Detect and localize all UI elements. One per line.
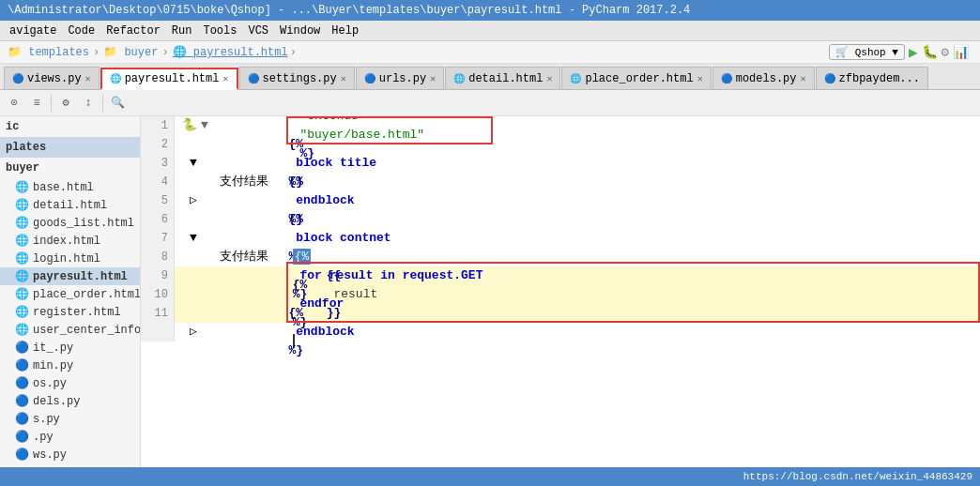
- main-area: ic plates buyer 🌐 base.html 🌐 detail.htm…: [0, 116, 980, 486]
- line-num-9: 9: [141, 266, 174, 285]
- html-icon-register: 🌐: [15, 305, 29, 319]
- status-url: https://blog.csdn.net/weixin_44863429: [743, 471, 972, 482]
- line-num-1: 1: [141, 116, 174, 135]
- vcs-icon[interactable]: 📊: [953, 44, 969, 60]
- line-numbers: 1 2 3 4 5 6 7 8 9 10 11: [141, 116, 175, 342]
- toolbar-back-btn[interactable]: ⊙: [4, 93, 24, 114]
- html-icon-detail: 🌐: [15, 198, 29, 212]
- window-title: \Administrator\Desktop\0715\boke\Qshop] …: [8, 4, 690, 17]
- tpl-endblock1: {%: [288, 175, 303, 189]
- tab-close-views[interactable]: ✕: [85, 73, 91, 84]
- py-icon-dot: 🔵: [15, 430, 29, 444]
- menu-navigate[interactable]: avigate: [4, 23, 62, 39]
- tab-close-payresult[interactable]: ✕: [222, 73, 228, 84]
- toolbar-search-btn[interactable]: 🔍: [107, 93, 128, 114]
- breadcrumb-file[interactable]: 🌐 payresult.html: [173, 45, 288, 59]
- qshop-button[interactable]: 🛒 Qshop ▼: [829, 44, 905, 60]
- sidebar-item-user-center[interactable]: 🌐 user_center_info.html: [0, 321, 140, 339]
- tpl-block: {%: [288, 137, 303, 151]
- html-icon-login: 🌐: [15, 251, 29, 266]
- tab-settings-py[interactable]: 🔵 settings.py ✕: [239, 67, 355, 89]
- run-icon[interactable]: ▶: [909, 43, 918, 62]
- line-num-4: 4: [141, 173, 174, 191]
- line-num-10: 10: [141, 285, 174, 304]
- sidebar-item-s-py[interactable]: 🔵 s.py: [0, 410, 140, 428]
- sidebar-item-base-html[interactable]: 🌐 base.html: [0, 178, 140, 196]
- status-bar: https://blog.csdn.net/weixin_44863429: [0, 467, 980, 486]
- code-lines[interactable]: 🐍 ▼ {% extends "buyer/base.html" %} ▼ {: [175, 116, 980, 342]
- menu-help[interactable]: Help: [326, 23, 364, 39]
- tab-place-order-html[interactable]: 🌐 place_order.html ✕: [561, 67, 711, 89]
- html-icon-payresult: 🌐: [15, 269, 29, 283]
- tab-models-py[interactable]: 🔵 models.py ✕: [712, 67, 815, 89]
- tab-close-urls[interactable]: ✕: [430, 73, 436, 84]
- sidebar-item-dot-py[interactable]: 🔵 .py: [0, 428, 140, 446]
- line-num-2: 2: [141, 135, 174, 154]
- toolbar: ⊙ ≡ ⚙ ↕ 🔍: [0, 90, 980, 116]
- menu-bar: avigate Code Refactor Run Tools VCS Wind…: [0, 21, 980, 41]
- sidebar-section-plates: plates: [0, 137, 140, 158]
- python-indicator: 🐍: [182, 116, 197, 135]
- sidebar-item-it-py[interactable]: 🔵 it_.py: [0, 339, 140, 357]
- line-num-8: 8: [141, 248, 174, 266]
- menu-run[interactable]: Run: [166, 23, 198, 39]
- sidebar-item-index[interactable]: 🌐 index.html: [0, 232, 140, 250]
- line-num-5: 5: [141, 191, 174, 210]
- toolbar-expand-btn[interactable]: ↕: [78, 93, 99, 114]
- fold-arrow-7: ▼: [190, 229, 197, 248]
- debug-icon[interactable]: 🐛: [922, 44, 938, 60]
- tab-close-models[interactable]: ✕: [801, 73, 806, 84]
- breadcrumb-templates[interactable]: 📁 templates: [8, 45, 89, 59]
- html-icon-user-center: 🌐: [15, 323, 29, 337]
- sidebar-item-payresult[interactable]: 🌐 payresult.html: [0, 267, 140, 285]
- tab-views-py[interactable]: 🔵 views.py ✕: [4, 67, 100, 89]
- sidebar-item-place-order[interactable]: 🌐 place_order.html: [0, 285, 140, 303]
- sidebar-item-ws-py[interactable]: 🔵 ws.py: [0, 446, 140, 463]
- menu-code[interactable]: Code: [62, 23, 100, 39]
- code-container: 1 2 3 4 5 6 7 8 9 10 11 🐍 ▼ {%: [141, 116, 980, 342]
- sidebar-item-login[interactable]: 🌐 login.html: [0, 250, 140, 267]
- menu-tools[interactable]: Tools: [197, 23, 242, 39]
- toolbar-sep1: [51, 95, 52, 112]
- sidebar-item-dels-py[interactable]: 🔵 dels.py: [0, 392, 140, 410]
- html-icon-index: 🌐: [15, 234, 29, 248]
- menu-window[interactable]: Window: [274, 23, 326, 39]
- menu-refactor[interactable]: Refactor: [100, 23, 166, 39]
- tab-detail-html[interactable]: 🌐 detail.html ✕: [445, 67, 560, 89]
- py-icon-min: 🔵: [15, 358, 29, 372]
- code-line-12[interactable]: ▷ {% endblock %}: [175, 323, 980, 342]
- sidebar-item-os-py[interactable]: 🔵 os.py: [0, 374, 140, 392]
- html-icon-place-order: 🌐: [15, 287, 29, 301]
- toolbar-settings-btn[interactable]: ⚙: [55, 93, 76, 114]
- py-icon-ws: 🔵: [15, 448, 29, 462]
- fold-arrow-12: ▷: [190, 323, 197, 342]
- html-icon: 🌐: [15, 180, 29, 194]
- tab-close-detail[interactable]: ✕: [546, 73, 552, 84]
- line-num-3: 3: [141, 154, 174, 173]
- py-icon-os: 🔵: [15, 376, 29, 390]
- tab-urls-py[interactable]: 🔵 urls.py ✕: [356, 67, 444, 89]
- tab-close-place-order[interactable]: ✕: [697, 73, 703, 84]
- py-icon-dels: 🔵: [15, 394, 29, 408]
- code-endblock2: {% endblock %}: [201, 285, 362, 379]
- tab-payresult-html[interactable]: 🌐 payresult.html ✕: [100, 68, 238, 90]
- sidebar-section-buyer[interactable]: buyer: [0, 158, 140, 178]
- breadcrumb-end: ›: [290, 46, 297, 59]
- toolbar-forward-btn[interactable]: ≡: [26, 93, 47, 114]
- tab-close-settings[interactable]: ✕: [341, 73, 346, 84]
- menu-vcs[interactable]: VCS: [242, 23, 274, 39]
- editor[interactable]: 1 2 3 4 5 6 7 8 9 10 11 🐍 ▼ {%: [141, 116, 980, 486]
- line-num-11: 11: [141, 304, 174, 323]
- sidebar-item-detail-html[interactable]: 🌐 detail.html: [0, 196, 140, 214]
- breadcrumb-sep2: ›: [161, 46, 168, 59]
- sidebar-item-goods-list[interactable]: 🌐 goods_list.html: [0, 214, 140, 232]
- breadcrumb-buyer[interactable]: 📁 buyer: [103, 45, 158, 59]
- title-bar: \Administrator\Desktop\0715\boke\Qshop] …: [0, 0, 980, 21]
- sidebar: ic plates buyer 🌐 base.html 🌐 detail.htm…: [0, 116, 141, 486]
- settings-icon[interactable]: ⚙: [942, 44, 949, 60]
- line-num-7: 7: [141, 229, 174, 248]
- sidebar-item-min-py[interactable]: 🔵 min.py: [0, 357, 140, 374]
- tab-zfbpaydemo[interactable]: 🔵 zfbpaydem...: [816, 67, 928, 89]
- tpl-endblock2: {%: [288, 306, 303, 320]
- sidebar-item-register[interactable]: 🌐 register.html: [0, 303, 140, 321]
